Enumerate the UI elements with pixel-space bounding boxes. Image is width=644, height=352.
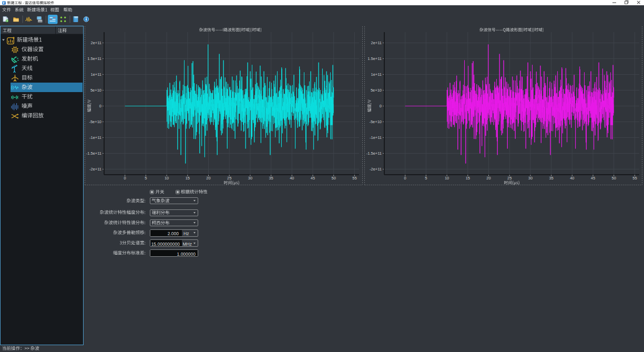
svg-text:35: 35	[549, 176, 553, 180]
svg-text:5e+10: 5e+10	[90, 88, 101, 93]
svg-text:5e+10: 5e+10	[371, 88, 382, 93]
svg-text:30: 30	[528, 176, 533, 180]
svg-text:1.5e+11: 1.5e+11	[367, 56, 382, 61]
svg-text:45: 45	[591, 176, 595, 180]
svg-text:15: 15	[466, 176, 470, 180]
svg-text:2e+11: 2e+11	[371, 41, 382, 45]
svg-text:2e+11: 2e+11	[90, 41, 101, 45]
svg-text:-1e+11: -1e+11	[370, 135, 382, 140]
svg-text:25: 25	[507, 176, 512, 180]
svg-text:10: 10	[445, 176, 449, 180]
svg-text:-1e+11: -1e+11	[89, 135, 101, 140]
svg-text:0: 0	[124, 176, 126, 180]
svg-text:5: 5	[145, 176, 147, 180]
svg-text:50: 50	[332, 176, 336, 180]
svg-text:-5e+10: -5e+10	[369, 119, 382, 124]
svg-text:15: 15	[186, 176, 190, 180]
svg-text:10: 10	[165, 176, 169, 180]
svg-text:-2e+11: -2e+11	[370, 167, 382, 172]
svg-text:45: 45	[311, 176, 315, 180]
svg-text:1e+11: 1e+11	[90, 72, 101, 77]
svg-text:40: 40	[290, 176, 294, 180]
svg-text:25: 25	[227, 176, 231, 180]
svg-text:55: 55	[632, 176, 637, 180]
svg-text:20: 20	[206, 176, 210, 180]
svg-text:-1.5e+11: -1.5e+11	[86, 151, 101, 156]
svg-text:20: 20	[486, 176, 490, 180]
svg-text:55: 55	[352, 176, 356, 180]
svg-text:30: 30	[248, 176, 252, 180]
svg-text:40: 40	[570, 176, 574, 180]
svg-text:1.5e+11: 1.5e+11	[87, 56, 101, 61]
svg-text:0: 0	[404, 176, 406, 180]
svg-text:-5e+10: -5e+10	[89, 119, 101, 124]
svg-text:0: 0	[99, 104, 101, 108]
svg-text:35: 35	[269, 176, 273, 180]
svg-text:50: 50	[612, 176, 616, 180]
svg-text:1e+11: 1e+11	[371, 72, 382, 77]
svg-text:-1.5e+11: -1.5e+11	[366, 151, 382, 156]
svg-text:0: 0	[380, 104, 382, 108]
svg-text:5: 5	[425, 176, 427, 180]
svg-text:-2e+11: -2e+11	[89, 167, 101, 172]
